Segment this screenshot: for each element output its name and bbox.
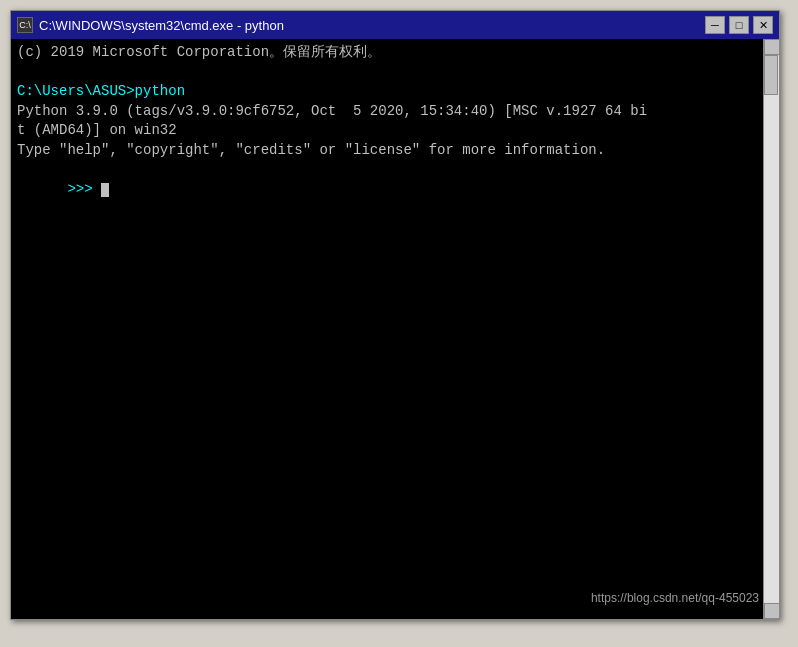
terminal-body[interactable]: (c) 2019 Microsoft Corporation。保留所有权利。 C… bbox=[11, 39, 779, 619]
scrollbar[interactable]: ▲ ▼ bbox=[763, 39, 779, 619]
scroll-up-button[interactable]: ▲ bbox=[764, 39, 780, 55]
maximize-button[interactable]: □ bbox=[729, 16, 749, 34]
cmd-icon: C:\ bbox=[17, 17, 33, 33]
title-bar-controls: ─ □ ✕ bbox=[705, 16, 773, 34]
minimize-button[interactable]: ─ bbox=[705, 16, 725, 34]
terminal-line-1 bbox=[17, 63, 773, 83]
cmd-icon-text: C:\ bbox=[19, 20, 31, 30]
terminal-line-4: t (AMD64)] on win32 bbox=[17, 121, 773, 141]
scroll-down-button[interactable]: ▼ bbox=[764, 603, 780, 619]
terminal-line-3: Python 3.9.0 (tags/v3.9.0:9cf6752, Oct 5… bbox=[17, 102, 773, 122]
cursor bbox=[101, 183, 109, 197]
scroll-thumb[interactable] bbox=[764, 55, 778, 95]
close-button[interactable]: ✕ bbox=[753, 16, 773, 34]
watermark: https://blog.csdn.net/qq-455023 bbox=[591, 590, 759, 607]
terminal-line-5: Type "help", "copyright", "credits" or "… bbox=[17, 141, 773, 161]
terminal-line-2: C:\Users\ASUS>python bbox=[17, 82, 773, 102]
scroll-track bbox=[764, 55, 779, 603]
title-bar-left: C:\ C:\WINDOWS\system32\cmd.exe - python bbox=[17, 17, 284, 33]
prompt-text: >>> bbox=[67, 181, 101, 197]
window-title: C:\WINDOWS\system32\cmd.exe - python bbox=[39, 18, 284, 33]
title-bar: C:\ C:\WINDOWS\system32\cmd.exe - python… bbox=[11, 11, 779, 39]
terminal-line-0: (c) 2019 Microsoft Corporation。保留所有权利。 bbox=[17, 43, 773, 63]
terminal-prompt: >>> bbox=[17, 161, 773, 220]
cmd-window: C:\ C:\WINDOWS\system32\cmd.exe - python… bbox=[10, 10, 780, 620]
